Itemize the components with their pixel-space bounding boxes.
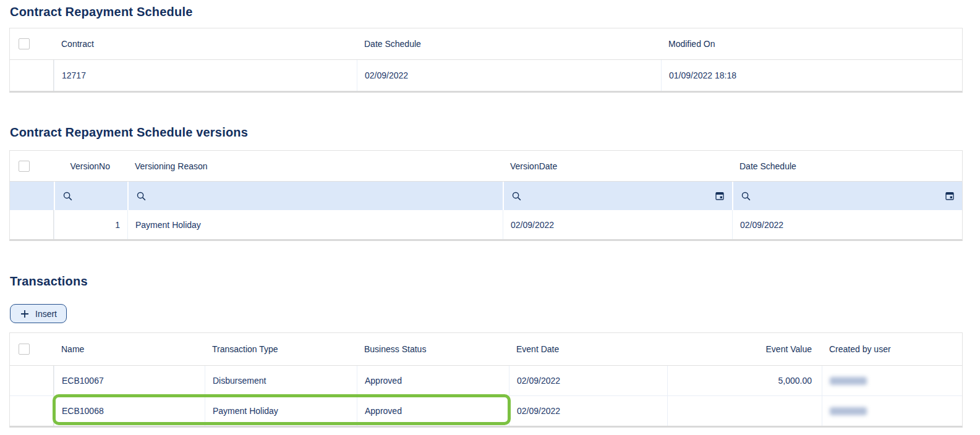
- cell-business-status: Approved: [357, 396, 509, 426]
- cell-name: ECB10068: [54, 396, 205, 426]
- table-row[interactable]: 12717 02/09/2022 01/09/2022 18:18: [10, 60, 962, 91]
- row-handle-cell: [10, 396, 54, 426]
- row-handle-cell: [10, 60, 54, 91]
- cell-version-date: 02/09/2022: [503, 210, 732, 239]
- filter-row: [10, 182, 962, 210]
- cell-modified-on: 01/09/2022 18:18: [661, 60, 962, 91]
- page: Contract Repayment Schedule Contract Dat…: [0, 0, 980, 435]
- section-title-contract-repayment-schedule: Contract Repayment Schedule: [10, 5, 192, 19]
- column-header-event-date[interactable]: Event Date: [509, 333, 667, 365]
- section-title-transactions: Transactions: [10, 274, 88, 289]
- calendar-icon[interactable]: [945, 191, 955, 201]
- cell-created-by-user: [822, 396, 962, 426]
- table-row[interactable]: 1 Payment Holiday 02/09/2022 02/09/2022: [10, 210, 962, 239]
- redacted-created-by-value: [830, 377, 867, 385]
- cell-transaction-type: Disbursement: [205, 366, 357, 395]
- select-all-cell: [10, 28, 54, 59]
- select-all-cell: [10, 151, 54, 181]
- column-header-versioning-reason[interactable]: Versioning Reason: [127, 151, 503, 181]
- cell-name: ECB10067: [54, 366, 205, 395]
- cell-event-value: [667, 396, 822, 426]
- search-icon: [511, 191, 522, 201]
- search-icon: [62, 191, 73, 201]
- filter-version-date[interactable]: [503, 182, 732, 210]
- filter-version-no[interactable]: [54, 182, 127, 210]
- calendar-icon[interactable]: [715, 191, 725, 201]
- redacted-created-by-value: [830, 407, 867, 415]
- section-title-versions: Contract Repayment Schedule versions: [10, 125, 248, 140]
- cell-versioning-reason: Payment Holiday: [127, 210, 503, 239]
- column-header-date-schedule[interactable]: Date Schedule: [357, 28, 661, 59]
- select-all-checkbox[interactable]: [19, 38, 30, 49]
- filter-date-schedule[interactable]: [732, 182, 962, 210]
- cell-event-date: 02/09/2022: [509, 366, 667, 395]
- table-row[interactable]: ECB10067 Disbursement Approved 02/09/202…: [10, 366, 962, 395]
- table-header-row: Contract Date Schedule Modified On: [10, 28, 962, 60]
- table-header-row: VersionNo Versioning Reason VersionDate …: [10, 151, 962, 182]
- search-icon: [741, 191, 751, 201]
- versions-table: VersionNo Versioning Reason VersionDate …: [9, 150, 963, 241]
- select-all-checkbox[interactable]: [19, 344, 30, 355]
- cell-transaction-type: Payment Holiday: [205, 396, 357, 426]
- cell-created-by-user: [822, 366, 962, 395]
- cell-event-value: 5,000.00: [667, 366, 822, 395]
- select-all-cell: [10, 333, 54, 365]
- table-header-row: Name Transaction Type Business Status Ev…: [10, 333, 962, 366]
- column-header-contract[interactable]: Contract: [54, 28, 357, 59]
- transactions-table: Name Transaction Type Business Status Ev…: [9, 332, 963, 428]
- insert-button-label: Insert: [35, 309, 57, 319]
- cell-date-schedule: 02/09/2022: [357, 60, 661, 91]
- search-icon: [136, 191, 147, 201]
- cell-contract: 12717: [54, 60, 357, 91]
- insert-button[interactable]: Insert: [10, 304, 67, 323]
- column-header-created-by-user[interactable]: Created by user: [822, 333, 962, 365]
- filter-versioning-reason[interactable]: [127, 182, 503, 210]
- plus-icon: [20, 309, 30, 319]
- row-handle-cell: [10, 366, 54, 395]
- cell-version-no: 1: [54, 210, 127, 239]
- column-header-version-date[interactable]: VersionDate: [503, 151, 732, 181]
- row-handle-cell: [10, 210, 54, 239]
- cell-event-date: 02/09/2022: [509, 396, 667, 426]
- select-all-checkbox[interactable]: [19, 161, 30, 172]
- column-header-version-no[interactable]: VersionNo: [54, 151, 127, 181]
- filter-handle-cell: [10, 182, 54, 210]
- cell-date-schedule: 02/09/2022: [732, 210, 962, 239]
- column-header-transaction-type[interactable]: Transaction Type: [205, 333, 357, 365]
- cell-business-status: Approved: [357, 366, 509, 395]
- column-header-name[interactable]: Name: [54, 333, 205, 365]
- contract-repayment-schedule-table: Contract Date Schedule Modified On 12717…: [9, 28, 963, 93]
- column-header-event-value[interactable]: Event Value: [667, 333, 822, 365]
- column-header-business-status[interactable]: Business Status: [357, 333, 509, 365]
- column-header-date-schedule[interactable]: Date Schedule: [732, 151, 962, 181]
- column-header-modified-on[interactable]: Modified On: [661, 28, 962, 59]
- table-row-highlighted[interactable]: ECB10068 Payment Holiday Approved 02/09/…: [10, 395, 962, 426]
